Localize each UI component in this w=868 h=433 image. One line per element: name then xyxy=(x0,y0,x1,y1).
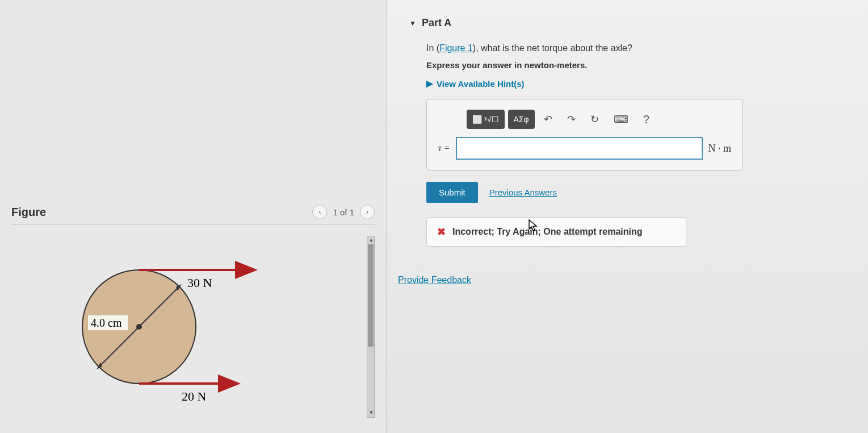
figure-content: 30 N 20 N 4.0 cm ▲ ▼ xyxy=(11,236,375,429)
feedback-box: ✖ Incorrect; Try Again; One attempt rema… xyxy=(426,217,686,247)
hints-label: View Available Hint(s) xyxy=(437,79,525,89)
figure-link[interactable]: Figure 1 xyxy=(439,43,473,53)
incorrect-icon: ✖ xyxy=(437,226,446,238)
question-suffix: ), what is the net torque about the axle… xyxy=(473,43,632,53)
tau-label: τ = xyxy=(438,143,450,153)
reset-button[interactable]: ↻ xyxy=(585,110,605,129)
scrollbar-thumb[interactable] xyxy=(368,244,374,347)
question-text: In (Figure 1), what is the net torque ab… xyxy=(426,43,845,53)
symbols-button[interactable]: ΑΣφ xyxy=(508,110,535,129)
svg-point-5 xyxy=(136,324,142,330)
figure-title: Figure xyxy=(11,206,46,219)
physics-diagram: 30 N 20 N 4.0 cm xyxy=(11,236,363,418)
express-instruction: Express your answer in newton-meters. xyxy=(426,60,845,70)
figure-count: 1 of 1 xyxy=(333,207,354,217)
figure-prev-button[interactable]: ‹ xyxy=(312,205,327,219)
units-label: N · m xyxy=(708,143,732,155)
figure-panel: Figure ‹ 1 of 1 › xyxy=(0,0,386,433)
feedback-message: Incorrect; Try Again; One attempt remain… xyxy=(452,227,643,237)
figure-scrollbar[interactable]: ▲ ▼ xyxy=(367,236,375,418)
caret-down-icon: ▼ xyxy=(409,19,416,27)
submit-button[interactable]: Submit xyxy=(426,182,478,203)
scroll-up-icon: ▲ xyxy=(368,237,375,244)
part-title: Part A xyxy=(422,17,451,29)
answer-box: ⬜ ᵡ√☐ ΑΣφ ↶ ↷ ↻ ⌨ ? τ = N · m xyxy=(426,99,743,170)
figure-nav: ‹ 1 of 1 › xyxy=(312,205,375,219)
question-prefix: In ( xyxy=(426,43,439,53)
scroll-down-icon: ▼ xyxy=(368,410,375,417)
help-button[interactable]: ? xyxy=(643,113,649,126)
submit-row: Submit Previous Answers xyxy=(426,182,845,203)
view-hints-button[interactable]: ▶ View Available Hint(s) xyxy=(426,78,845,89)
previous-answers-link[interactable]: Previous Answers xyxy=(489,188,557,197)
caret-right-icon: ▶ xyxy=(426,78,433,89)
force-bottom-label: 20 N xyxy=(182,389,207,403)
figure-next-button[interactable]: › xyxy=(360,205,375,219)
provide-feedback-link[interactable]: Provide Feedback xyxy=(398,275,471,285)
templates-button[interactable]: ⬜ ᵡ√☐ xyxy=(467,110,505,129)
undo-button[interactable]: ↶ xyxy=(538,110,558,129)
equation-toolbar: ⬜ ᵡ√☐ ΑΣφ ↶ ↷ ↻ ⌨ ? xyxy=(467,110,731,129)
answer-input[interactable] xyxy=(456,137,703,160)
input-row: τ = N · m xyxy=(438,137,731,160)
radius-label: 4.0 cm xyxy=(91,317,122,329)
redo-button[interactable]: ↷ xyxy=(561,110,581,129)
question-panel: ▼ Part A In (Figure 1), what is the net … xyxy=(386,0,868,433)
force-top-label: 30 N xyxy=(187,276,212,290)
chevron-right-icon: › xyxy=(366,208,368,216)
part-header[interactable]: ▼ Part A xyxy=(409,17,845,29)
chevron-left-icon: ‹ xyxy=(318,208,321,216)
keyboard-button[interactable]: ⌨ xyxy=(608,110,634,129)
figure-header: Figure ‹ 1 of 1 › xyxy=(11,205,375,224)
